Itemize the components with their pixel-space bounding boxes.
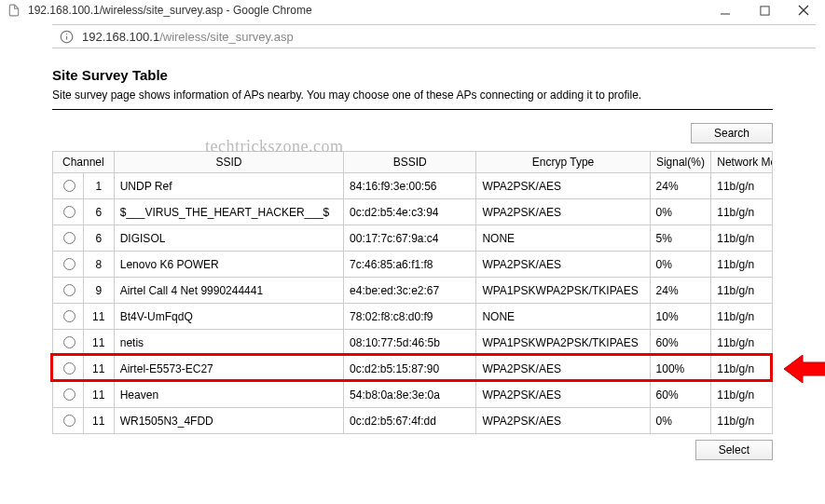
encryp-cell: WPA2PSK/AES bbox=[476, 252, 650, 278]
channel-cell: 11 bbox=[83, 356, 114, 382]
th-signal: Signal(%) bbox=[650, 152, 711, 173]
site-survey-table: Channel SSID BSSID Encryp Type Signal(%)… bbox=[52, 151, 773, 434]
table-row[interactable]: 1UNDP Ref84:16:f9:3e:00:56WPA2PSK/AES24%… bbox=[53, 173, 773, 199]
radio-cell bbox=[53, 408, 84, 434]
signal-cell: 24% bbox=[650, 173, 711, 199]
svg-point-6 bbox=[66, 34, 67, 34]
select-row: Select bbox=[52, 440, 773, 460]
mode-cell: 11b/g/n bbox=[711, 199, 773, 225]
mode-cell: 11b/g/n bbox=[711, 173, 773, 199]
signal-cell: 100% bbox=[650, 356, 711, 382]
encryp-cell: NONE bbox=[476, 225, 650, 252]
ssid-cell: netis bbox=[114, 330, 343, 356]
page-icon bbox=[7, 4, 21, 17]
ap-radio[interactable] bbox=[63, 232, 76, 244]
search-row: Search bbox=[52, 123, 773, 143]
mode-cell: 11b/g/n bbox=[711, 330, 773, 356]
channel-cell: 11 bbox=[83, 408, 114, 434]
address-bar[interactable]: 192.168.100.1/wireless/site_survey.asp bbox=[52, 24, 816, 48]
table-row[interactable]: 11Heaven54:b8:0a:8e:3e:0aWPA2PSK/AES60%1… bbox=[53, 382, 773, 408]
bssid-cell: 7c:46:85:a6:f1:f8 bbox=[344, 252, 476, 278]
encryp-cell: WPA2PSK/AES bbox=[476, 382, 650, 408]
mode-cell: 11b/g/n bbox=[711, 382, 773, 408]
svg-rect-1 bbox=[760, 6, 768, 14]
ap-radio[interactable] bbox=[63, 258, 76, 270]
ap-radio[interactable] bbox=[63, 284, 76, 296]
encryp-cell: WPA2PSK/AES bbox=[476, 356, 650, 382]
mode-cell: 11b/g/n bbox=[711, 225, 773, 252]
ssid-cell: UNDP Ref bbox=[114, 173, 343, 199]
encryp-cell: WPA1PSKWPA2PSK/TKIPAES bbox=[476, 278, 650, 304]
search-button[interactable]: Search bbox=[691, 123, 773, 143]
radio-cell bbox=[53, 199, 84, 225]
signal-cell: 0% bbox=[650, 408, 711, 434]
channel-cell: 1 bbox=[83, 173, 114, 199]
radio-cell bbox=[53, 173, 84, 199]
window-title: 192.168.100.1/wireless/site_survey.asp -… bbox=[28, 4, 719, 17]
info-icon bbox=[60, 29, 75, 44]
table-row[interactable]: 8Lenovo K6 POWER7c:46:85:a6:f1:f8WPA2PSK… bbox=[53, 252, 773, 278]
table-row[interactable]: 11WR1505N3_4FDD0c:d2:b5:67:4f:ddWPA2PSK/… bbox=[53, 408, 773, 434]
table-row[interactable]: 11Airtel-E5573-EC270c:d2:b5:15:87:90WPA2… bbox=[53, 356, 773, 382]
signal-cell: 24% bbox=[650, 278, 711, 304]
bssid-cell: 84:16:f9:3e:00:56 bbox=[344, 173, 476, 199]
encryp-cell: WPA2PSK/AES bbox=[476, 199, 650, 225]
table-row[interactable]: 6DIGISOL00:17:7c:67:9a:c4NONE5%11b/g/n bbox=[53, 225, 773, 252]
bssid-cell: 0c:d2:b5:15:87:90 bbox=[344, 356, 476, 382]
ssid-cell: Bt4V-UmFqdQ bbox=[114, 304, 343, 330]
radio-cell bbox=[53, 382, 84, 408]
radio-cell bbox=[53, 278, 84, 304]
ssid-cell: Airtel Call 4 Net 9990244441 bbox=[114, 278, 343, 304]
radio-cell bbox=[53, 304, 84, 330]
ap-radio[interactable] bbox=[63, 336, 76, 348]
bssid-cell: 54:b8:0a:8e:3e:0a bbox=[344, 382, 476, 408]
maximize-button[interactable] bbox=[758, 4, 771, 17]
divider bbox=[52, 109, 773, 110]
th-bssid: BSSID bbox=[344, 152, 476, 173]
ap-radio[interactable] bbox=[63, 180, 76, 192]
ssid-cell: Airtel-E5573-EC27 bbox=[114, 356, 343, 382]
channel-cell: 11 bbox=[83, 382, 114, 408]
ssid-cell: DIGISOL bbox=[114, 225, 343, 252]
channel-cell: 6 bbox=[83, 199, 114, 225]
mode-cell: 11b/g/n bbox=[711, 408, 773, 434]
radio-cell bbox=[53, 356, 84, 382]
mode-cell: 11b/g/n bbox=[711, 304, 773, 330]
th-ssid: SSID bbox=[114, 152, 343, 173]
bssid-cell: e4:be:ed:3c:e2:67 bbox=[344, 278, 476, 304]
page-description: Site survey page shows information of AP… bbox=[52, 89, 773, 102]
th-mode: Network Mode bbox=[711, 152, 773, 173]
minimize-button[interactable] bbox=[719, 4, 732, 17]
select-button[interactable]: Select bbox=[695, 440, 773, 460]
table-row[interactable]: 11netis08:10:77:5d:46:5bWPA1PSKWPA2PSK/T… bbox=[53, 330, 773, 356]
ap-radio[interactable] bbox=[63, 362, 76, 375]
ssid-cell: $___VIRUS_THE_HEART_HACKER___$ bbox=[114, 199, 343, 225]
bssid-cell: 0c:d2:b5:4e:c3:94 bbox=[344, 199, 476, 225]
encryp-cell: WPA1PSKWPA2PSK/TKIPAES bbox=[476, 330, 650, 356]
ssid-cell: Lenovo K6 POWER bbox=[114, 252, 343, 278]
channel-cell: 8 bbox=[83, 252, 114, 278]
ap-radio[interactable] bbox=[63, 206, 76, 218]
ap-radio[interactable] bbox=[63, 388, 76, 401]
mode-cell: 11b/g/n bbox=[711, 356, 773, 382]
channel-cell: 11 bbox=[83, 304, 114, 330]
ap-radio[interactable] bbox=[63, 310, 76, 322]
signal-cell: 0% bbox=[650, 252, 711, 278]
browser-window: 192.168.100.1/wireless/site_survey.asp -… bbox=[0, 0, 825, 479]
page-content: techtrickszone.com Site Survey Table Sit… bbox=[0, 48, 825, 479]
table-row[interactable]: 11Bt4V-UmFqdQ78:02:f8:c8:d0:f9NONE10%11b… bbox=[53, 304, 773, 330]
url-path: /wireless/site_survey.asp bbox=[159, 30, 294, 44]
table-row[interactable]: 6$___VIRUS_THE_HEART_HACKER___$0c:d2:b5:… bbox=[53, 199, 773, 225]
table-row[interactable]: 9Airtel Call 4 Net 9990244441e4:be:ed:3c… bbox=[53, 278, 773, 304]
bssid-cell: 00:17:7c:67:9a:c4 bbox=[344, 225, 476, 252]
signal-cell: 60% bbox=[650, 330, 711, 356]
th-channel: Channel bbox=[53, 152, 115, 173]
ap-radio[interactable] bbox=[63, 415, 76, 427]
window-titlebar: 192.168.100.1/wireless/site_survey.asp -… bbox=[0, 0, 825, 20]
close-button[interactable] bbox=[797, 4, 810, 17]
radio-cell bbox=[53, 330, 84, 356]
channel-cell: 9 bbox=[83, 278, 114, 304]
ssid-cell: Heaven bbox=[114, 382, 343, 408]
signal-cell: 60% bbox=[650, 382, 711, 408]
signal-cell: 0% bbox=[650, 199, 711, 225]
